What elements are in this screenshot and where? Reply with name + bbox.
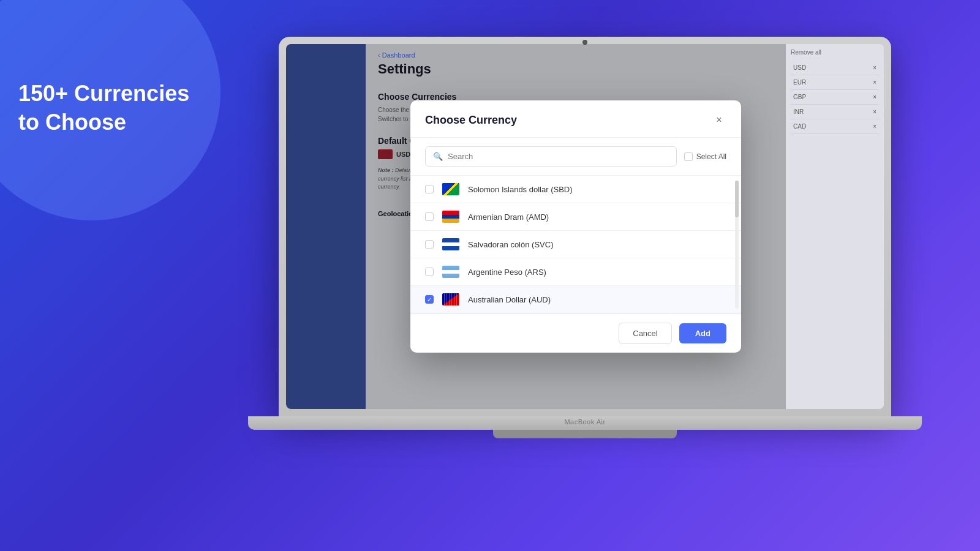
flag-amd-bot	[442, 219, 459, 223]
sidebar	[286, 44, 366, 409]
flag-svc-bot	[442, 246, 459, 250]
remove-eur-icon[interactable]: ×	[873, 79, 876, 86]
modal-close-button[interactable]: ×	[712, 113, 726, 127]
currency-row-ars[interactable]: Argentine Peso (ARS)	[410, 258, 741, 286]
choose-currency-modal: Choose Currency × 🔍	[410, 100, 741, 353]
remove-gbp-icon[interactable]: ×	[873, 94, 876, 100]
currency-name-svc: Salvadoran colón (SVC)	[468, 240, 553, 249]
flag-ars	[442, 266, 459, 278]
macbook-bottom	[248, 416, 922, 430]
modal-title: Choose Currency	[425, 114, 517, 127]
remove-inr-icon[interactable]: ×	[873, 108, 876, 115]
select-all-label: Select All	[696, 152, 726, 161]
macbook-top: ‹ Dashboard Settings Choose Currencies C…	[279, 37, 891, 416]
select-all-checkbox[interactable]	[684, 152, 693, 161]
currency-name-aud: Australian Dollar (AUD)	[468, 295, 551, 304]
right-panel-item-5: CAD ×	[791, 119, 879, 134]
currency-name-sbd: Solomon Islands dollar (SBD)	[468, 185, 573, 194]
flag-ars-top	[442, 266, 459, 270]
macbook-stand	[493, 430, 677, 438]
right-panel-item-2: EUR ×	[791, 75, 879, 90]
macbook-frame: ‹ Dashboard Settings Choose Currencies C…	[279, 37, 891, 441]
remove-all-button[interactable]: Remove all	[791, 49, 879, 56]
modal-overlay: Choose Currency × 🔍	[366, 44, 786, 409]
cancel-button[interactable]: Cancel	[619, 323, 671, 344]
checkbox-ars[interactable]	[425, 268, 434, 276]
scrollbar-track	[735, 181, 739, 309]
currency-row-amd[interactable]: Armenian Dram (AMD)	[410, 203, 741, 231]
hero-line2: to Choose	[18, 110, 126, 135]
hero-line1: 150+ Currencies	[18, 81, 189, 106]
flag-ars-mid	[442, 270, 459, 274]
flag-amd-top	[442, 211, 459, 215]
checkbox-aud[interactable]: ✓	[425, 295, 434, 304]
main-area: ‹ Dashboard Settings Choose Currencies C…	[366, 44, 786, 409]
macbook-wrapper: ‹ Dashboard Settings Choose Currencies C…	[233, 37, 937, 514]
macbook-screen: ‹ Dashboard Settings Choose Currencies C…	[286, 44, 884, 409]
currency-name-amd: Armenian Dram (AMD)	[468, 212, 549, 222]
flag-aud	[442, 293, 459, 305]
currency-row-svc[interactable]: Salvadoran colón (SVC)	[410, 231, 741, 258]
select-all-wrap: Select All	[684, 152, 726, 161]
right-panel-item-4: INR ×	[791, 105, 879, 119]
modal-header: Choose Currency ×	[410, 100, 741, 138]
add-button[interactable]: Add	[679, 323, 726, 343]
flag-svc	[442, 238, 459, 250]
remove-cad-icon[interactable]: ×	[873, 123, 876, 130]
modal-search-bar: 🔍 Select All	[410, 138, 741, 176]
currency-list: Solomon Islands dollar (SBD)	[410, 176, 741, 313]
right-panel: Remove all USD × EUR × GBP ×	[786, 44, 884, 409]
flag-svc-mid	[442, 242, 459, 247]
checkbox-amd[interactable]	[425, 212, 434, 221]
flag-sbd	[442, 183, 459, 195]
right-panel-item-3: GBP ×	[791, 90, 879, 105]
currency-row-aud[interactable]: ✓ Australian Dollar (AUD)	[410, 286, 741, 313]
search-input[interactable]	[448, 152, 669, 161]
flag-amd	[442, 211, 459, 223]
flag-svc-top	[442, 238, 459, 242]
remove-usd-icon[interactable]: ×	[873, 64, 876, 71]
modal-footer: Cancel Add	[410, 313, 741, 353]
checkbox-sbd[interactable]	[425, 185, 434, 193]
search-icon: 🔍	[433, 152, 443, 161]
currency-name-ars: Argentine Peso (ARS)	[468, 268, 546, 277]
currency-row-sbd[interactable]: Solomon Islands dollar (SBD)	[410, 176, 741, 203]
right-panel-item-1: USD ×	[791, 61, 879, 75]
screen-content: ‹ Dashboard Settings Choose Currencies C…	[286, 44, 884, 409]
flag-amd-mid	[442, 215, 459, 219]
hero-text: 150+ Currencies to Choose	[18, 80, 189, 137]
search-input-wrap: 🔍	[425, 146, 677, 167]
flag-ars-bot	[442, 274, 459, 278]
checkbox-svc[interactable]	[425, 240, 434, 249]
scrollbar-thumb[interactable]	[735, 181, 739, 217]
